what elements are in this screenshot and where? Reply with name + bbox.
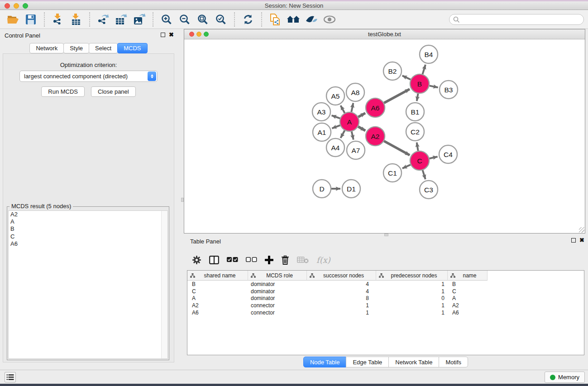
- graph-edge[interactable]: [402, 76, 411, 80]
- graph-node-B[interactable]: B: [410, 74, 429, 93]
- network-minimize-button[interactable]: [196, 32, 201, 37]
- graph-node-A3[interactable]: A3: [312, 103, 330, 121]
- graph-node-A5[interactable]: A5: [326, 87, 344, 105]
- close-window-button[interactable]: [5, 3, 10, 9]
- node-table[interactable]: shared nameMCDS rolesuccessor nodesprede…: [187, 270, 584, 355]
- table-row[interactable]: Cdominator41C: [187, 288, 584, 295]
- float-panel-icon[interactable]: [161, 33, 165, 37]
- export-network-button[interactable]: [94, 12, 112, 27]
- graph-node-A[interactable]: A: [340, 112, 359, 131]
- graph-edge[interactable]: [358, 127, 365, 131]
- export-table-button[interactable]: [112, 12, 130, 27]
- network-window-titlebar[interactable]: testGlobe.txt: [184, 29, 585, 39]
- tab-mcds[interactable]: MCDS: [117, 43, 147, 53]
- delete-table-button[interactable]: [297, 256, 309, 263]
- result-item[interactable]: A: [9, 218, 167, 225]
- result-item[interactable]: A6: [9, 240, 167, 248]
- criterion-select[interactable]: largest connected component (directed): [19, 71, 158, 82]
- task-history-button[interactable]: [5, 372, 16, 382]
- close-table-panel-icon[interactable]: ✖: [579, 238, 584, 243]
- zoom-selected-button[interactable]: [212, 12, 230, 27]
- graph-node-D[interactable]: D: [313, 180, 331, 198]
- network-close-button[interactable]: [189, 32, 194, 37]
- graph-node-A6[interactable]: A6: [366, 98, 385, 117]
- tab-node-table[interactable]: Node Table: [303, 357, 347, 367]
- table-row[interactable]: Adominator80A: [187, 295, 584, 302]
- run-mcds-button[interactable]: Run MCDS: [41, 86, 85, 97]
- result-item[interactable]: A2: [9, 211, 167, 218]
- add-column-button[interactable]: [265, 256, 273, 264]
- graph-node-C[interactable]: C: [410, 151, 429, 170]
- search-input[interactable]: [449, 14, 584, 25]
- mcds-result-list[interactable]: A2ABCA6: [8, 210, 168, 359]
- delete-column-button[interactable]: [281, 255, 289, 265]
- zoom-out-button[interactable]: [176, 12, 194, 27]
- minimize-window-button[interactable]: [14, 3, 19, 9]
- graph-node-B2[interactable]: B2: [383, 62, 402, 80]
- refresh-button[interactable]: [239, 12, 257, 27]
- float-table-panel-icon[interactable]: [571, 238, 576, 243]
- tab-select[interactable]: Select: [89, 43, 118, 53]
- export-image-button[interactable]: [130, 12, 148, 27]
- graph-node-C3[interactable]: C3: [420, 181, 438, 199]
- duplicate-network-button[interactable]: [266, 12, 284, 27]
- tab-network[interactable]: Network: [29, 43, 64, 53]
- column-header-mcds-role[interactable]: MCDS role: [248, 271, 307, 281]
- open-session-button[interactable]: [4, 12, 22, 27]
- graph-node-B1[interactable]: B1: [406, 103, 424, 121]
- table-row[interactable]: A2connector11A2: [187, 302, 584, 309]
- save-session-button[interactable]: [22, 12, 40, 27]
- close-panel-icon[interactable]: ✖: [169, 33, 174, 37]
- import-table-button[interactable]: [67, 12, 85, 27]
- graph-edge[interactable]: [430, 86, 438, 87]
- result-item[interactable]: B: [9, 225, 167, 233]
- graph-node-A2[interactable]: A2: [366, 127, 385, 146]
- zoom-window-button[interactable]: [23, 3, 28, 9]
- graph-edge[interactable]: [384, 89, 410, 103]
- network-zoom-button[interactable]: [204, 32, 209, 37]
- graph-edge[interactable]: [332, 115, 340, 119]
- table-options-button[interactable]: [192, 255, 201, 265]
- graph-edge[interactable]: [352, 131, 354, 139]
- tab-motifs[interactable]: Motifs: [439, 357, 468, 367]
- graph-node-A7[interactable]: A7: [347, 141, 365, 159]
- graph-node-B3[interactable]: B3: [440, 81, 458, 99]
- column-header-successor-nodes[interactable]: successor nodes: [307, 271, 376, 281]
- graph-edge[interactable]: [340, 130, 344, 138]
- graph-node-D1[interactable]: D1: [342, 180, 360, 198]
- splitter-handle-left[interactable]: [181, 198, 184, 202]
- zoom-fit-button[interactable]: [194, 12, 212, 27]
- column-header-name[interactable]: name: [448, 271, 488, 281]
- memory-button[interactable]: Memory: [545, 372, 585, 383]
- show-graphics-details-button[interactable]: [302, 12, 320, 27]
- result-item[interactable]: C: [9, 233, 167, 240]
- result-list-scrollbar[interactable]: [161, 211, 167, 358]
- graph-edge[interactable]: [402, 165, 411, 168]
- unselect-all-button[interactable]: [246, 257, 257, 262]
- show-hide-button[interactable]: [320, 12, 339, 27]
- graph-edge[interactable]: [384, 141, 410, 155]
- column-visibility-button[interactable]: [209, 256, 219, 264]
- tab-style[interactable]: Style: [63, 43, 89, 53]
- graph-node-C4[interactable]: C4: [439, 145, 457, 163]
- import-network-button[interactable]: [49, 12, 67, 27]
- graph-node-C2[interactable]: C2: [406, 123, 424, 141]
- window-resize-grip[interactable]: [579, 227, 584, 233]
- tab-edge-table[interactable]: Edge Table: [346, 357, 389, 367]
- graph-node-A8[interactable]: A8: [346, 83, 364, 101]
- graph-edge[interactable]: [351, 103, 353, 112]
- close-panel-button[interactable]: Close panel: [91, 86, 136, 97]
- tab-network-table[interactable]: Network Table: [388, 357, 439, 367]
- graph-edge[interactable]: [332, 125, 340, 129]
- graph-edge[interactable]: [429, 157, 437, 158]
- function-builder-button[interactable]: f(x): [316, 255, 330, 265]
- column-header-predecessor-nodes[interactable]: predecessor nodes: [376, 271, 448, 281]
- graph-edge[interactable]: [417, 94, 418, 101]
- graph-edge[interactable]: [358, 113, 365, 117]
- graph-edge[interactable]: [422, 65, 425, 74]
- select-all-button[interactable]: [227, 257, 238, 262]
- zoom-in-button[interactable]: [158, 12, 176, 27]
- home-layout-button[interactable]: [284, 12, 302, 27]
- graph-node-A4[interactable]: A4: [326, 138, 344, 157]
- graph-node-A1[interactable]: A1: [313, 123, 331, 141]
